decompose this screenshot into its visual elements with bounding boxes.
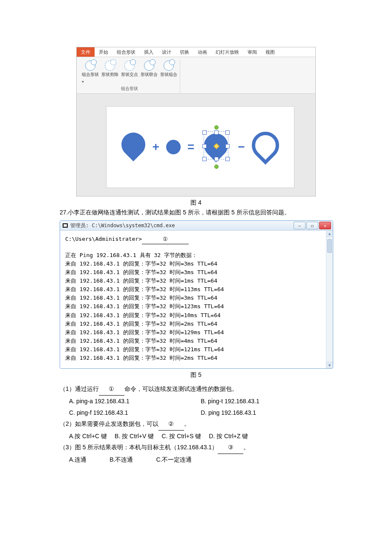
ppt-tab-view[interactable]: 视图 — [261, 47, 279, 57]
scroll-down-icon[interactable]: ▼ — [326, 362, 333, 368]
figure5-caption: 图 5 — [60, 371, 332, 379]
ribbon-btn-label: 形状交点 — [121, 72, 138, 78]
q1-stem: （1）通过运行①命令，可以连续发送测试连通性的数据包。 — [60, 383, 332, 396]
cmd-title-text: 管理员: C:\Windows\system32\cmd.exe — [70, 222, 175, 229]
resize-handle-icon[interactable] — [225, 157, 230, 161]
cmd-prompt: C:\Users\Administrater> — [65, 236, 142, 242]
cmd-reply-line: 来自 192.168.43.1 的回复：字节=32 时间=3ms TTL=64 — [65, 260, 321, 268]
scroll-up-icon[interactable]: ▲ — [326, 231, 333, 237]
plus-icon: + — [152, 140, 159, 154]
subtract-icon — [105, 61, 115, 71]
resize-handle-icon[interactable] — [225, 130, 230, 135]
shape-pin-outline[interactable] — [252, 133, 279, 161]
q2-opt-d: D. 按 Ctrl+Z 键 — [209, 431, 248, 442]
questions-block: （1）通过运行①命令，可以连续发送测试连通性的数据包。 A. ping-a 19… — [60, 383, 332, 465]
q3-opt-b: B.不连通 — [110, 454, 133, 465]
cmd-reply-line: 来自 192.168.43.1 的回复：字节=32 时间=10ms TTL=64 — [65, 311, 321, 320]
ppt-ribbon: 组合形状 形状剪除 形状交点 形状联合 — [77, 57, 315, 94]
ppt-tab-home[interactable]: 开始 — [95, 47, 112, 57]
ribbon-dropdown-icon[interactable]: ▾ — [81, 78, 86, 85]
q3-options: A.连通 B.不连通 C.不一定连通 — [60, 454, 332, 465]
question-27-intro: 27.小李正在做网络连通性测试，测试结果如图 5 所示，请根据图 5 所示信息回… — [60, 208, 332, 217]
ppt-tab-combine[interactable]: 组合形状 — [112, 47, 140, 57]
ribbon-group-label: 组合形状 — [81, 85, 178, 92]
rotate-handle-icon[interactable] — [214, 165, 219, 169]
q1-opt-d: D. ping 192.168.43.1 — [201, 407, 332, 419]
cmd-titlebar: 管理员: C:\Windows\system32\cmd.exe — ◻ ✕ — [60, 221, 333, 231]
ppt-window: 文件 开始 组合形状 插入 设计 切换 动画 幻灯片放映 审阅 视图 组合形状 — [76, 47, 316, 197]
intersect-icon — [124, 61, 135, 71]
cmd-reply-line: 来自 192.168.43.1 的回复：字节=32 时间=2ms TTL=64 — [65, 320, 321, 328]
ppt-tab-strip: 文件 开始 组合形状 插入 设计 切换 动画 幻灯片放映 审阅 视图 — [77, 47, 315, 57]
ribbon-group-combine: 组合形状 形状剪除 形状交点 形状联合 — [79, 60, 180, 93]
ribbon-btn-label: 形状联合 — [141, 72, 158, 78]
q3-blank: ③ — [218, 442, 243, 454]
cmd-output: C:\Users\Administrater>① 正在 Ping 192.168… — [60, 231, 326, 368]
q3-stem: （3）图 5 所示结果表明：本机与目标主机（192.168.43.1）③。 — [60, 442, 332, 454]
q2-opt-b: B. 按 Ctrl+V 键 — [115, 431, 154, 442]
q1-opt-a: A. ping-a 192.168.43.1 — [69, 396, 201, 407]
scroll-thumb[interactable] — [327, 239, 332, 253]
ribbon-btn-combine[interactable]: 组合形状 — [82, 61, 99, 78]
q1-opt-b: B. ping-t 192.168.43.1 — [201, 396, 332, 407]
minus-icon: − — [238, 140, 245, 154]
resize-handle-icon[interactable] — [202, 144, 207, 148]
cmd-reply-line: 来自 192.168.43.1 的回复：字节=32 时间=3ms TTL=64 — [65, 294, 321, 302]
resize-handle-icon[interactable] — [202, 157, 207, 161]
q2-opt-a: A.按 Ctrl+C 键 — [69, 431, 107, 442]
figure4-caption: 图 4 — [60, 199, 332, 207]
cmd-reply-line: 来自 192.168.43.1 的回复：字节=32 时间=129ms TTL=6… — [65, 328, 321, 337]
q1-opt-c: C. ping-f 192.168.43.1 — [69, 407, 201, 419]
minimize-button[interactable]: — — [294, 222, 306, 229]
ribbon-btn-union[interactable]: 形状联合 — [141, 61, 158, 78]
group-icon — [164, 61, 174, 71]
resize-handle-icon[interactable] — [214, 130, 219, 135]
combine-icon — [85, 61, 95, 71]
q2-opt-c: C. 按 Ctrl+S 键 — [161, 431, 201, 442]
cmd-window: 管理员: C:\Windows\system32\cmd.exe — ◻ ✕ C… — [60, 220, 333, 369]
ppt-tab-slideshow[interactable]: 幻灯片放映 — [211, 47, 243, 57]
rotate-handle-icon[interactable] — [214, 125, 219, 130]
resize-handle-icon[interactable] — [202, 130, 207, 135]
ribbon-btn-group[interactable]: 形状组合 — [160, 61, 177, 78]
cmd-reply-line: 来自 192.168.43.1 的回复：字节=32 时间=4ms TTL=64 — [65, 337, 321, 345]
cmd-reply-line: 来自 192.168.43.1 的回复：字节=32 时间=121ms TTL=6… — [65, 345, 321, 354]
cmd-reply-line: 来自 192.168.43.1 的回复：字节=32 时间=3ms TTL=64 — [65, 268, 321, 277]
q1-options: A. ping-a 192.168.43.1 B. ping-t 192.168… — [60, 396, 332, 418]
ribbon-btn-label: 形状组合 — [160, 72, 177, 78]
cmd-reply-line: 来自 192.168.43.1 的回复：字节=32 时间=113ms TTL=6… — [65, 285, 321, 294]
cmd-ping-header: 正在 Ping 192.168.43.1 具有 32 字节的数据： — [65, 251, 321, 260]
cmd-scrollbar[interactable]: ▲ ▼ — [326, 231, 333, 368]
ribbon-btn-subtract[interactable]: 形状剪除 — [101, 61, 118, 78]
cmd-reply-line: 来自 192.168.43.1 的回复：字节=32 时间=2ms TTL=64 — [65, 354, 321, 362]
cmd-reply-line: 来自 192.168.43.1 的回复：字节=32 时间=1ms TTL=64 — [65, 277, 321, 285]
ppt-tab-review[interactable]: 审阅 — [243, 47, 261, 57]
q2-stem: （2）如果需要停止发送数据包，可以②。 — [60, 418, 332, 431]
ribbon-btn-label: 组合形状 — [82, 72, 99, 78]
q3-opt-a: A.连通 — [69, 454, 86, 465]
slide: + = − — [107, 107, 294, 188]
ribbon-btn-intersect[interactable]: 形状交点 — [121, 61, 138, 78]
cmd-reply-line: 来自 192.168.43.1 的回复：字节=32 时间=123ms TTL=6… — [65, 302, 321, 311]
q1-blank: ① — [99, 383, 124, 396]
shape-circle[interactable] — [166, 140, 181, 154]
ribbon-btn-label: 形状剪除 — [101, 72, 118, 78]
maximize-button[interactable]: ◻ — [306, 222, 318, 229]
q2-options: A.按 Ctrl+C 键 B. 按 Ctrl+V 键 C. 按 Ctrl+S 键… — [60, 431, 332, 442]
ppt-tab-design[interactable]: 设计 — [158, 47, 176, 57]
q2-blank: ② — [159, 418, 184, 431]
resize-handle-icon[interactable] — [214, 157, 219, 161]
ppt-tab-file[interactable]: 文件 — [77, 47, 95, 57]
close-button[interactable]: ✕ — [319, 222, 331, 229]
union-icon — [144, 61, 154, 71]
shape-teardrop[interactable] — [121, 135, 145, 159]
resize-handle-icon[interactable] — [225, 144, 230, 148]
ppt-canvas: + = − — [77, 94, 315, 196]
cmd-blank-1: ① — [142, 235, 189, 244]
equals-icon: = — [187, 140, 194, 154]
shape-selected-pin[interactable] — [201, 128, 231, 166]
ppt-tab-animation[interactable]: 动画 — [193, 47, 211, 57]
ppt-tab-transition[interactable]: 切换 — [176, 47, 193, 57]
q3-opt-c: C.不一定连通 — [156, 454, 192, 465]
ppt-tab-insert[interactable]: 插入 — [140, 47, 158, 57]
